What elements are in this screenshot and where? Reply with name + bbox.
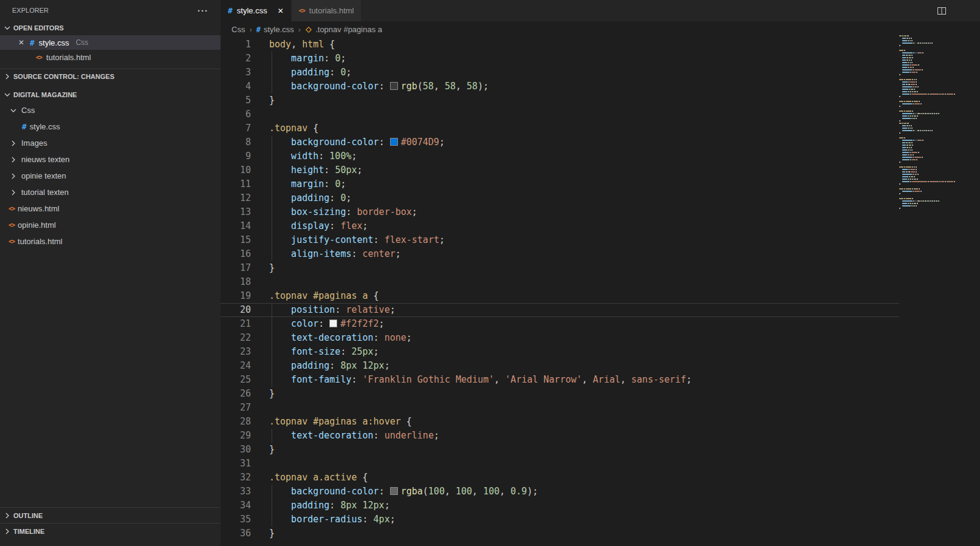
line-number[interactable]: 36 [221, 527, 251, 541]
code-line[interactable]: 3 padding: 0; [221, 66, 899, 80]
line-number[interactable]: 9 [221, 149, 251, 163]
line-number[interactable]: 6 [221, 107, 251, 121]
code-line[interactable]: 10 height: 50px; [221, 163, 899, 177]
more-actions-button[interactable]: ··· [197, 5, 208, 16]
tree-item-opinie-html[interactable]: <>opinie.html [0, 217, 221, 233]
code-line[interactable]: 13 box-sizing: border-box; [221, 205, 899, 219]
split-editor-icon[interactable] [937, 6, 947, 16]
code-line[interactable]: 1body, html { [221, 38, 899, 52]
code-line[interactable]: 5} [221, 94, 899, 107]
code-line[interactable]: 23 font-size: 25px; [221, 345, 899, 359]
line-number[interactable]: 18 [221, 275, 251, 289]
line-number[interactable]: 8 [221, 135, 251, 149]
code-line[interactable]: 14 display: flex; [221, 219, 899, 233]
line-number[interactable]: 25 [221, 373, 251, 387]
code-line[interactable]: 35 border-radius: 4px; [221, 513, 899, 527]
code-line[interactable]: 31 [221, 457, 899, 471]
line-number[interactable]: 35 [221, 513, 251, 527]
line-number[interactable]: 23 [221, 345, 251, 359]
line-number[interactable]: 13 [221, 205, 251, 219]
line-number[interactable]: 4 [221, 80, 251, 94]
line-number[interactable]: 17 [221, 261, 251, 275]
code-line[interactable]: 7.topnav { [221, 121, 899, 135]
timeline-section-header[interactable]: TIMELINE [0, 523, 221, 539]
source-control-section-header[interactable]: SOURCE CONTROL: CHANGES [0, 69, 221, 83]
breadcrumb-item-topnav-paginas-a[interactable]: .topnav #paginas a [305, 25, 382, 34]
line-number[interactable]: 33 [221, 485, 251, 499]
code-line[interactable]: 9 width: 100%; [221, 149, 899, 163]
line-number[interactable]: 11 [221, 177, 251, 191]
line-number[interactable]: 32 [221, 471, 251, 485]
tree-item-nieuws-html[interactable]: <>nieuws.html [0, 200, 221, 217]
open-editor-item-tutorials-html[interactable]: <>tutorials.html [0, 50, 221, 64]
line-number[interactable]: 19 [221, 289, 251, 303]
code-line[interactable]: 25 font-family: 'Franklin Gothic Medium'… [221, 373, 899, 387]
workspace-section-header[interactable]: DIGITAL MAGAZINE [0, 87, 221, 102]
code-editor[interactable]: 1body, html {2 margin: 0;3 padding: 0;4 … [221, 38, 899, 541]
line-number[interactable]: 27 [221, 401, 251, 415]
line-number[interactable]: 21 [221, 317, 251, 331]
line-number[interactable]: 26 [221, 387, 251, 401]
code-line[interactable]: 18 [221, 275, 899, 289]
minimap-token [899, 123, 902, 124]
line-number[interactable]: 28 [221, 415, 251, 429]
code-line[interactable]: 33 background-color: rgba(100, 100, 100,… [221, 485, 899, 499]
code-line[interactable]: 20 position: relative; [221, 303, 899, 317]
code-line[interactable]: 8 background-color: #0074D9; [221, 135, 899, 149]
tab-style-css[interactable]: #style.css✕ [221, 0, 292, 21]
code-line[interactable]: 17} [221, 261, 899, 275]
code-line[interactable]: 27 [221, 401, 899, 415]
minimap[interactable] [899, 35, 953, 210]
code-line[interactable]: 24 padding: 8px 12px; [221, 359, 899, 373]
code-line[interactable]: 22 text-decoration: none; [221, 331, 899, 345]
close-icon[interactable]: ✕ [17, 38, 26, 47]
line-number[interactable]: 30 [221, 443, 251, 457]
line-number[interactable]: 34 [221, 499, 251, 513]
code-line[interactable]: 4 background-color: rgb(58, 58, 58); [221, 80, 899, 94]
tree-item-tutorials-html[interactable]: <>tutorials.html [0, 233, 221, 250]
tree-item-css[interactable]: Css [0, 102, 221, 118]
code-line[interactable]: 29 text-decoration: underline; [221, 429, 899, 443]
code-line[interactable]: 19.topnav #paginas a { [221, 289, 899, 303]
code-line[interactable]: 2 margin: 0; [221, 52, 899, 66]
line-number[interactable]: 16 [221, 247, 251, 261]
tree-item-tutorial-texten[interactable]: tutorial texten [0, 184, 221, 200]
line-number[interactable]: 29 [221, 429, 251, 443]
breadcrumb-item-css[interactable]: Css [231, 25, 245, 34]
line-number[interactable]: 14 [221, 219, 251, 233]
line-number[interactable]: 5 [221, 94, 251, 107]
line-number[interactable]: 2 [221, 52, 251, 66]
line-number[interactable]: 12 [221, 191, 251, 205]
code-line[interactable]: 26} [221, 387, 899, 401]
code-line[interactable]: 12 padding: 0; [221, 191, 899, 205]
code-line[interactable]: 15 justify-content: flex-start; [221, 233, 899, 247]
tree-item-opinie-texten[interactable]: opinie texten [0, 168, 221, 184]
close-icon[interactable]: ✕ [278, 7, 284, 15]
tree-item-nieuws-texten[interactable]: nieuws texten [0, 151, 221, 168]
code-line[interactable]: 36} [221, 527, 899, 541]
tab-tutorials-html[interactable]: <>tutorials.html [292, 0, 362, 21]
open-editor-item-style-css[interactable]: ✕#style.cssCss [0, 35, 221, 50]
breadcrumb-item-style-css[interactable]: #style.css [256, 25, 294, 34]
outline-section-header[interactable]: OUTLINE [0, 507, 221, 523]
code-line[interactable]: 6 [221, 107, 899, 121]
tree-item-style-css[interactable]: #style.css [0, 118, 221, 135]
code-line[interactable]: 30} [221, 443, 899, 457]
code-line[interactable]: 11 margin: 0; [221, 177, 899, 191]
line-number[interactable]: 1 [221, 38, 251, 52]
code-line[interactable]: 16 align-items: center; [221, 247, 899, 261]
line-number[interactable]: 15 [221, 233, 251, 247]
open-editors-header[interactable]: OPEN EDITORS [0, 21, 221, 35]
line-number[interactable]: 3 [221, 66, 251, 80]
tree-item-images[interactable]: Images [0, 135, 221, 151]
line-number[interactable]: 10 [221, 163, 251, 177]
code-line[interactable]: 34 padding: 8px 12px; [221, 499, 899, 513]
code-line[interactable]: 28.topnav #paginas a:hover { [221, 415, 899, 429]
line-number[interactable]: 24 [221, 359, 251, 373]
code-line[interactable]: 21 color: #f2f2f2; [221, 317, 899, 331]
line-number[interactable]: 20 [221, 303, 251, 317]
line-number[interactable]: 31 [221, 457, 251, 471]
code-line[interactable]: 32.topnav a.active { [221, 471, 899, 485]
line-number[interactable]: 7 [221, 121, 251, 135]
line-number[interactable]: 22 [221, 331, 251, 345]
